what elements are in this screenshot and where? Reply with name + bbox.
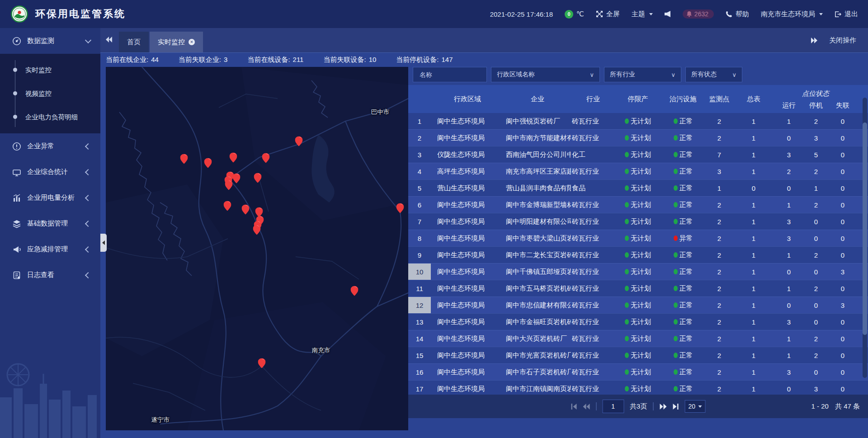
table-row[interactable]: 4高坪生态环境局南充市高坪区王家店建砖瓦行业无计划正常31220 [408,163,868,179]
map-pin-icon[interactable] [225,180,233,190]
industry-filter-dropdown[interactable]: 所有行业 ∨ [604,67,681,82]
status-dot-icon [625,269,629,274]
temperature-unit: ℃ [576,10,584,18]
map-pin-icon[interactable] [253,225,261,235]
table-row[interactable]: 16阆中生态环境局阆中市石子页岩机砖厂砖瓦行业无计划正常21300 [408,363,868,380]
table-row[interactable]: 12阆中生态环境局阆中市忠信建材有限公砖瓦行业无计划正常21003 [408,297,868,313]
sidebar-item-2[interactable]: 企业综合统计 [0,159,100,185]
map-panel[interactable]: 巴中市南充市遂宁市 [106,67,408,430]
tabs-scroll-left-button[interactable] [106,36,113,44]
cell-region: 阆中生态环境局 [431,134,504,142]
map-pin-icon[interactable] [396,203,404,213]
tabs-scroll-right-button[interactable] [811,38,817,43]
sidebar-item-6[interactable]: 日志查看 [0,262,100,288]
tab-0[interactable]: 首页 [119,32,149,52]
table-row[interactable]: 11阆中生态环境局阆中市五马桥页岩机砖砖瓦行业无计划正常21120 [408,280,868,297]
sidebar-collapse-handle[interactable] [100,234,107,252]
map-pin-icon[interactable] [351,286,359,296]
map-pin-icon[interactable] [295,137,303,146]
row-number: 5 [408,180,431,196]
map-pin-icon[interactable] [258,358,266,368]
cell-limit-status: 无计划 [615,151,660,159]
close-operations-button[interactable]: 关闭操作 [829,36,856,45]
sound-toggle[interactable] [665,10,671,18]
sidebar-item-5[interactable]: 应急减排管理 [0,236,100,262]
table-row[interactable]: 13阆中生态环境局阆中市金福旺页岩机砖砖瓦行业无计划正常21300 [408,313,868,330]
map-pin-icon[interactable] [242,205,250,215]
cell-region: 高坪生态环境局 [431,167,504,176]
table-scrollbar[interactable] [863,98,867,378]
name-filter[interactable] [413,67,487,82]
table-row[interactable]: 3仪陇生态环境局西南油气田分公司川中化工无计划正常71350 [408,146,868,163]
cell-company: 阆中千佛镇五郎垭页岩 [504,268,571,276]
column-group-header: 点位状态 [774,85,857,99]
first-page-button[interactable] [571,404,577,410]
map-pin-icon[interactable] [262,153,270,163]
table-row[interactable]: 9阆中生态环境局阆中市二龙长宝页岩砖砖瓦行业无计划正常21120 [408,246,868,263]
sidebar-item-3[interactable]: 企业用电量分析 [0,185,100,211]
notification-badge[interactable]: 2632 [683,9,714,19]
last-page-button[interactable] [672,404,679,410]
stat-item-3: 当前失联设备:10 [323,56,376,64]
table-row[interactable]: 7阆中生态环境局阆中明阳建材有限公司砖瓦行业无计划正常21300 [408,213,868,230]
cell-lost: 0 [829,235,857,242]
row-number: 3 [408,146,431,163]
cell-stopped: 0 [803,235,829,242]
map-pin-icon[interactable] [180,154,188,164]
stat-item-1: 当前失联企业:3 [179,56,228,64]
sidebar-subitem-2[interactable]: 企业电力负荷明细 [0,105,100,129]
page-size-select[interactable]: 20 [684,400,706,413]
theme-dropdown[interactable]: 主题 [632,10,653,19]
row-number: 14 [408,330,431,347]
help-button[interactable]: 帮助 [726,10,749,19]
cell-stopped: 2 [803,251,829,259]
logout-button[interactable]: 退出 [835,10,858,19]
map-pin-icon[interactable] [204,158,212,168]
close-icon[interactable]: ✕ [189,39,195,45]
cell-limit-status: 无计划 [615,385,660,393]
fullscreen-button[interactable]: 全屏 [596,10,620,19]
user-org-dropdown[interactable]: 南充市生态环境局 [761,10,823,19]
status-dot-icon [674,353,678,358]
map-pin-icon[interactable] [233,174,241,184]
table-row[interactable]: 10阆中生态环境局阆中千佛镇五郎垭页岩砖瓦行业无计划正常21003 [408,263,868,280]
stat-value: 10 [369,56,377,64]
table-row[interactable]: 17阆中生态环境局阆中市江南镇阆南页岩砖瓦行业无计划正常21030 [408,380,868,396]
cell-industry: 砖瓦行业 [571,117,615,126]
table-body: 1阆中生态环境局阆中强锐页岩砖厂砖瓦行业无计划正常211202阆中生态环境局阆中… [408,113,868,396]
table-row[interactable]: 15阆中生态环境局阆中市光富页岩机砖厂砖瓦行业无计划正常21120 [408,347,868,363]
tab-1[interactable]: 实时监控✕ [150,32,203,52]
scrollbar-thumb[interactable] [863,122,867,335]
sidebar-subitem-0[interactable]: 实时监控 [0,58,100,82]
row-number: 16 [408,364,431,380]
cell-region: 阆中生态环境局 [431,251,504,259]
sidebar-item-0[interactable]: 数据监测 [0,28,100,54]
table-row[interactable]: 6阆中生态环境局阆中市金博瑞新型墙材砖瓦行业无计划正常21120 [408,196,868,213]
map-pin-icon[interactable] [224,201,231,211]
table-row[interactable]: 1阆中生态环境局阆中强锐页岩砖厂砖瓦行业无计划正常21120 [408,113,868,129]
page-number-input[interactable] [602,400,624,413]
status-dot-icon [674,252,678,258]
table-row[interactable]: 14阆中生态环境局阆中大兴页岩机砖厂砖瓦行业无计划正常21120 [408,330,868,347]
status-filter-dropdown[interactable]: 所有状态 ∨ [685,67,742,82]
status-dot-icon [674,135,678,141]
cell-running: 3 [774,218,803,226]
region-filter-dropdown[interactable]: 行政区域名称 ∨ [491,67,600,82]
sidebar-item-4[interactable]: 基础数据管理 [0,211,100,236]
sidebar-subitem-1[interactable]: 视频监控 [0,82,100,105]
name-filter-input[interactable] [419,71,481,79]
next-page-button[interactable] [659,404,666,410]
cell-lost: 0 [829,184,857,192]
temperature-value: 0 [565,10,573,19]
prev-page-button[interactable] [583,404,590,410]
cell-monitor-points: 2 [706,134,733,142]
cell-limit-status: 无计划 [615,251,660,259]
table-row[interactable]: 2阆中生态环境局阆中市南方节能建材有砖瓦行业无计划正常21030 [408,129,868,146]
map-pin-icon[interactable] [230,153,237,163]
sidebar-item-1[interactable]: 企业异常 [0,133,100,159]
column-header-5: 监测点 [706,85,733,113]
table-row[interactable]: 5营山生态环境局营山县润丰肉食品有限食品无计划正常10010 [408,179,868,196]
chevron-down-icon: ∨ [732,71,736,78]
map-pin-icon[interactable] [254,173,262,183]
table-row[interactable]: 8阆中生态环境局阆中市枣碧大梁山页岩砖瓦行业无计划异常21300 [408,230,868,246]
